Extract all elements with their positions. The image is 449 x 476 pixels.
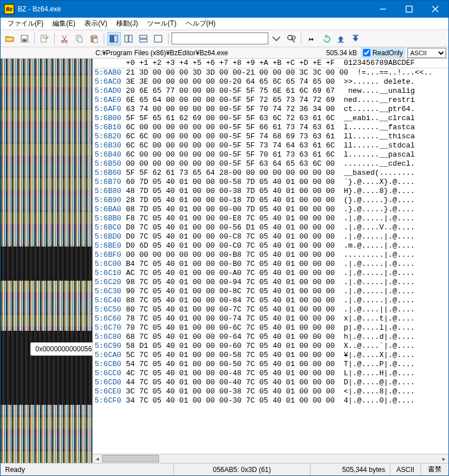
cut-button[interactable] [58, 32, 71, 46]
hex-bytes[interactable]: 58 D1 05 40 01 00 00 00-60 7C 05 40 01 0… [126, 342, 344, 351]
hex-bytes[interactable]: 00 00 00 00 00 00 00 00-B8 7C 05 40 01 0… [126, 251, 344, 260]
hex-row[interactable]: 5:6AF0 63 74 00 00 00 00 00 00-5F 5F 70 … [95, 105, 448, 114]
hex-bytes[interactable]: 21 3D 00 00 00 3D 3D 00 00-21 00 00 00 3… [126, 68, 357, 77]
up-arrow-button[interactable] [334, 32, 348, 46]
hex-bytes[interactable]: 70 7C 05 40 01 00 00 00-6C 7C 05 40 01 0… [126, 323, 344, 333]
hex-bytes[interactable]: B4 7C 05 40 01 00 00 00-B0 7C 05 40 01 0… [126, 260, 344, 269]
hex-ascii[interactable]: 4|.@....0|.@.... [344, 396, 415, 405]
paste-button[interactable] [87, 32, 101, 46]
hex-row[interactable]: 5:6C20 98 7C 05 40 01 00 00 00-94 7C 05 … [95, 278, 448, 287]
hex-bytes[interactable]: 54 7C 05 40 01 00 00 00-50 7C 05 40 01 0… [126, 360, 344, 369]
hex-row[interactable]: 5:6BD0 D0 7C 05 40 01 00 00 00-C8 7C 05 … [95, 232, 448, 241]
hex-row[interactable]: 5:6CE0 3C 7C 05 40 01 00 00 00-38 7C 05 … [95, 387, 448, 396]
minimize-button[interactable] [370, 1, 396, 18]
hex-ascii[interactable]: h|.@....d|.@.... [344, 333, 415, 342]
hex-bytes[interactable]: 5F 5F 65 61 62 69 00 00-5F 5F 63 6C 72 6… [126, 114, 344, 123]
hex-ascii[interactable]: .|.@.....|.@.... [344, 232, 415, 241]
scroll-left-arrow[interactable]: ◂ [93, 454, 102, 463]
hex-row[interactable]: 5:6C40 88 7C 05 40 01 00 00 00-84 7C 05 … [95, 296, 448, 305]
hex-row[interactable]: 5:6C80 68 7C 05 40 01 00 00 00-64 7C 05 … [95, 333, 448, 342]
undo-jump-button[interactable] [319, 32, 333, 46]
open-button[interactable] [3, 32, 17, 46]
hex-ascii[interactable]: .|.@.....|.@.... [344, 260, 415, 269]
hex-row[interactable]: 5:6BC0 D8 7C 05 40 01 00 00 00-56 D1 05 … [95, 223, 448, 232]
hex-bytes[interactable]: 08 7D 05 40 01 00 00 00-00 7D 05 40 01 0… [126, 205, 344, 214]
hex-ascii[interactable]: __based(........ [344, 169, 415, 178]
hex-row[interactable]: 5:6B10 6C 00 00 00 00 00 00 00-5F 5F 66 … [95, 123, 448, 132]
hex-ascii[interactable]: .}.@.....}.@.... [344, 205, 415, 214]
hex-bytes[interactable]: 60 7D 05 40 01 00 00 00-58 7D 05 40 01 0… [126, 178, 344, 187]
hex-row[interactable]: 5:6C60 78 7C 05 40 01 00 00 00-74 7C 05 … [95, 314, 448, 323]
hex-bytes[interactable]: 5C 7C 05 40 01 00 00 00-58 7C 05 40 01 0… [126, 351, 344, 360]
menu-tools[interactable]: ツール(T) [142, 18, 181, 30]
hex-row[interactable]: 5:6CF0 34 7C 05 40 01 00 00 00-30 7C 05 … [95, 396, 448, 405]
hex-ascii[interactable]: .........|.@.... [344, 251, 415, 260]
save-button[interactable] [18, 32, 31, 46]
hex-ascii[interactable]: ll......__thisca [344, 132, 415, 141]
hex-ascii[interactable]: .m.@.....|.@.... [344, 241, 415, 251]
hex-row[interactable]: 5:6B90 28 7D 05 40 01 00 00 00-18 7D 05 … [95, 196, 448, 205]
readonly-checkbox[interactable]: ReadOnly [361, 47, 405, 58]
scroll-right-arrow[interactable]: ▸ [439, 454, 448, 463]
hex-ascii[interactable]: (}.@.....}.@.... [344, 196, 415, 205]
hex-bytes[interactable]: 00 00 00 00 00 00 00 00-5F 5F 63 64 65 6… [126, 159, 344, 169]
hex-row[interactable]: 5:6CB0 54 7C 05 40 01 00 00 00-50 7C 05 … [95, 360, 448, 369]
close-button[interactable] [422, 1, 448, 18]
hex-ascii[interactable]: T|.@....P|.@.... [344, 360, 415, 369]
hex-row[interactable]: 5:6C00 B4 7C 05 40 01 00 00 00-B0 7C 05 … [95, 260, 448, 269]
hex-row[interactable]: 5:6B40 6C 00 00 00 00 00 00 00-5F 5F 70 … [95, 150, 448, 159]
hex-ascii[interactable]: .|.@....||.@.... [344, 305, 415, 314]
view-bitmap-button[interactable] [107, 32, 121, 46]
hex-row[interactable]: 5:6B70 60 7D 05 40 01 00 00 00-58 7D 05 … [95, 178, 448, 187]
hex-bytes[interactable]: 6E 65 64 00 00 00 00 00-5F 5F 72 65 73 7… [126, 96, 344, 105]
view-single-button[interactable] [152, 32, 165, 46]
horizontal-scrollbar[interactable]: ◂ ▸ [93, 454, 448, 463]
hex-ascii[interactable]: p|.@....l|.@.... [344, 323, 415, 333]
hex-bytes[interactable]: 90 7C 05 40 01 00 00 00-8C 7C 05 40 01 0… [126, 287, 344, 296]
hex-row[interactable]: 5:6C30 90 7C 05 40 01 00 00 00-8C 7C 05 … [95, 287, 448, 296]
hex-ascii[interactable]: l.......__fastca [344, 123, 415, 132]
hex-bytes[interactable]: 88 7C 05 40 01 00 00 00-84 7C 05 40 01 0… [126, 296, 344, 305]
bitmap-view[interactable]: 0x0000000000056BB5 [1, 59, 93, 463]
hex-bytes[interactable]: 6C 6C 00 00 00 00 00 00-5F 5F 73 74 64 6… [126, 141, 344, 150]
menu-view[interactable]: 表示(V) [80, 18, 112, 30]
hex-bytes[interactable]: 68 7C 05 40 01 00 00 00-64 7C 05 40 01 0… [126, 333, 344, 342]
hex-bytes[interactable]: 98 7C 05 40 01 00 00 00-94 7C 05 40 01 0… [126, 278, 344, 287]
hex-bytes[interactable]: 48 7D 05 40 01 00 00 00-38 7D 05 40 01 0… [126, 187, 344, 196]
hex-ascii[interactable]: ned.....__restri [344, 96, 415, 105]
readonly-checkbox-input[interactable] [363, 49, 370, 56]
hex-row[interactable]: 5:6C50 80 7C 05 40 01 00 00 00-7C 7C 05 … [95, 305, 448, 314]
hex-bytes[interactable]: 44 7C 05 40 01 00 00 00-40 7C 05 40 01 0… [126, 378, 344, 387]
hex-row[interactable]: 5:6B50 00 00 00 00 00 00 00 00-5F 5F 63 … [95, 159, 448, 169]
hex-ascii[interactable]: l.......__pascal [344, 150, 415, 159]
hex-ascii[interactable]: >>...... delete. [344, 77, 415, 87]
hex-row[interactable]: 5:6C10 AC 7C 05 40 01 00 00 00-A0 7C 05 … [95, 269, 448, 278]
hex-ascii[interactable]: H}.@....8}.@.... [344, 187, 415, 196]
hex-ascii[interactable]: <|.@....8|.@.... [344, 387, 415, 396]
menu-edit[interactable]: 編集(E) [48, 18, 80, 30]
hex-ascii[interactable]: .|.@.....|.@.... [344, 287, 415, 296]
hex-ascii[interactable]: ........__cdecl. [344, 159, 415, 169]
hex-row[interactable]: 5:6C90 58 D1 05 40 01 00 00 00-60 7C 05 … [95, 342, 448, 351]
hex-row[interactable]: 5:6B00 5F 5F 65 61 62 69 00 00-5F 5F 63 … [95, 114, 448, 123]
hex-row[interactable]: 5:6BB0 F8 7C 05 40 01 00 00 00-E8 7C 05 … [95, 214, 448, 223]
hex-ascii[interactable]: x|.@....t|.@.... [344, 314, 415, 323]
hex-ascii[interactable]: D|.@....@|.@.... [344, 378, 415, 387]
goto-button[interactable]: ↦ [304, 32, 318, 46]
hex-ascii[interactable]: !=...==..!...<<.. [357, 68, 433, 77]
hex-bytes[interactable]: 20 6E 65 77 00 00 00 00-5F 5F 75 6E 61 6… [126, 87, 344, 96]
hex-ascii[interactable]: ll......__stdcal [344, 141, 415, 150]
maximize-button[interactable] [396, 1, 422, 18]
find-button[interactable] [284, 32, 298, 46]
menu-file[interactable]: ファイル(F) [3, 18, 48, 30]
hex-row[interactable]: 5:6AD0 20 6E 65 77 00 00 00 00-5F 5F 75 … [95, 87, 448, 96]
search-dropdown-button[interactable] [270, 32, 283, 46]
hex-row[interactable]: 5:6AE0 6E 65 64 00 00 00 00 00-5F 5F 72 … [95, 96, 448, 105]
menu-jump[interactable]: 移動(J) [112, 18, 142, 30]
copy-button[interactable] [72, 32, 86, 46]
hex-bytes[interactable]: D8 7C 05 40 01 00 00 00-56 D1 05 40 01 0… [126, 223, 344, 232]
hex-ascii[interactable]: X..@....`|.@.... [344, 342, 415, 351]
hex-row[interactable]: 5:6B30 6C 6C 00 00 00 00 00 00-5F 5F 73 … [95, 141, 448, 150]
hex-bytes[interactable]: F8 7C 05 40 01 00 00 00-E8 7C 05 40 01 0… [126, 214, 344, 223]
hex-row[interactable]: 5:6CA0 5C 7C 05 40 01 00 00 00-58 7C 05 … [95, 351, 448, 360]
